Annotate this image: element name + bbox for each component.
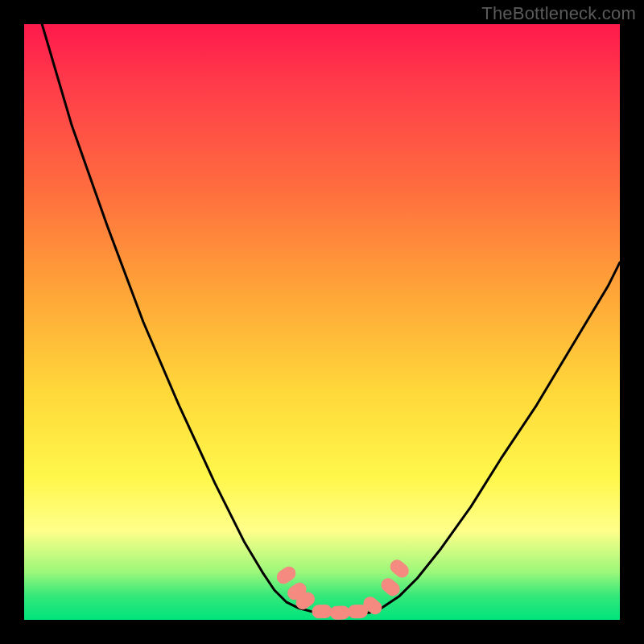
curve-marker — [379, 576, 402, 598]
curve-marker — [330, 606, 350, 620]
watermark-label: TheBottleneck.com — [481, 3, 636, 24]
curve-marker — [388, 558, 411, 580]
curve-marker — [312, 605, 332, 618]
plot-area — [24, 24, 620, 620]
curve-marker — [275, 564, 298, 586]
curve-path — [42, 24, 620, 614]
chart-frame: TheBottleneck.com — [0, 0, 644, 644]
bottleneck-curve — [24, 24, 620, 620]
